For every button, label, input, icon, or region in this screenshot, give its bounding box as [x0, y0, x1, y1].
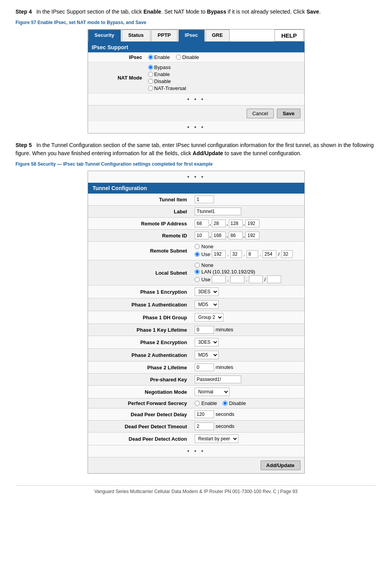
preshared-key-input[interactable] [195, 376, 241, 383]
figure58-label: Figure 58 Security — IPsec tab Tunnel Co… [16, 161, 376, 167]
phase2-lifetime-val: minutes [192, 362, 304, 374]
remote-subnet-use-label: Use [201, 251, 210, 257]
phase1-auth-select[interactable]: MD5 SHA1 [195, 300, 219, 309]
rs-ip1[interactable] [212, 250, 226, 258]
table-row: Local Subnet None LAN (10.192.10.192/29) [88, 260, 304, 286]
ipsec-disable-radio[interactable] [176, 55, 181, 60]
nav-help[interactable]: HELP [275, 29, 303, 42]
label-input[interactable] [195, 208, 241, 215]
ipsec-enable-opt[interactable]: Enable [148, 54, 170, 60]
pfs-enable-radio[interactable] [195, 401, 200, 406]
nat-bypass-radio[interactable] [148, 65, 153, 70]
remote-ip-3[interactable] [229, 220, 243, 227]
remote-subnet-none[interactable]: None [195, 244, 301, 249]
nat-bypass[interactable]: Bypass [148, 64, 186, 70]
figure57-label: Figure 57 Enable IPsec, set NAT mode to … [16, 20, 376, 25]
rs-ip3[interactable] [247, 250, 258, 258]
ls-ip1[interactable] [212, 275, 226, 283]
fig57-dots-bottom: • • • [88, 121, 304, 133]
pfs-label: Perfect Forward Secrecy [88, 398, 192, 408]
negotiation-mode-select[interactable]: Normal Aggressive [195, 388, 230, 396]
pfs-enable[interactable]: Enable Disable [195, 400, 301, 406]
remote-id-1[interactable] [195, 232, 209, 239]
phase1-auth-val: MD5 SHA1 [192, 298, 304, 311]
remote-subnet-label: Remote Subnet [88, 242, 192, 260]
remote-id-group: . . . [195, 232, 301, 239]
table-row: Dead Peer Detect Action Restart by peer … [88, 433, 304, 445]
nav-ipsec[interactable]: IPsec [178, 29, 205, 42]
phase2-auth-label: Phase 2 Authentication [88, 349, 192, 362]
remote-id-4[interactable] [245, 232, 259, 239]
nav-security[interactable]: Security [88, 29, 121, 42]
nat-disable[interactable]: Disable [148, 78, 186, 84]
save-button[interactable]: Save [277, 109, 300, 118]
table-row: Perfect Forward Secrecy Enable Disable [88, 398, 304, 408]
phase2-enc-select[interactable]: 3DES AES DES [195, 338, 219, 346]
remote-id-2[interactable] [212, 232, 226, 239]
tunnel-item-val [192, 194, 304, 206]
tunnel-item-input[interactable] [195, 196, 214, 203]
phase1-enc-select[interactable]: 3DES AES DES [195, 287, 219, 296]
remote-id-3[interactable] [229, 232, 243, 239]
rs-prefix[interactable] [281, 250, 293, 258]
table-row: Pre-shared Key [88, 374, 304, 386]
rs-ip4[interactable] [262, 250, 276, 258]
dpd-delay-input[interactable] [195, 410, 214, 418]
remote-ip-1[interactable] [195, 220, 209, 227]
table-row: Phase 1 Encryption 3DES AES DES [88, 286, 304, 298]
phase2-lifetime-unit: minutes [216, 364, 233, 370]
remote-subnet-use-radio[interactable] [195, 252, 200, 257]
dpd-action-select[interactable]: Restart by peer Hold Clear [195, 434, 238, 443]
pfs-disable-radio[interactable] [223, 401, 228, 406]
ipsec-disable-opt[interactable]: Disable [176, 54, 199, 60]
fig57-footer: Cancel Save [88, 105, 304, 121]
dpd-timeout-input[interactable] [195, 422, 214, 430]
phase2-auth-select[interactable]: MD5 SHA1 [195, 351, 219, 359]
tunnel-header: Tunnel Configuration [88, 183, 304, 194]
table-row: Remote ID . . . [88, 230, 304, 242]
remote-ip-group: . . . [195, 220, 301, 227]
nav-pptp[interactable]: PPTP [151, 29, 178, 42]
table-row: Remote Subnet None Use . [88, 242, 304, 260]
tunnel-panel: • • • Tunnel Configuration Tunnel Item L… [88, 171, 305, 474]
remote-subnet-none-radio[interactable] [195, 244, 200, 249]
phase1-dh-label: Phase 1 DH Group [88, 311, 192, 324]
remote-ip-4[interactable] [245, 220, 259, 227]
local-subnet-lan-radio[interactable] [195, 269, 200, 274]
local-subnet-none[interactable]: None [195, 262, 301, 268]
dpd-action-label: Dead Peer Detect Action [88, 433, 192, 445]
remote-ip-2[interactable] [212, 220, 226, 227]
local-subnet-lan[interactable]: LAN (10.192.10.192/29) [195, 269, 301, 275]
ipsec-enable-radio[interactable] [148, 55, 153, 60]
table-row: Remote IP Address . . . [88, 218, 304, 230]
phase2-lifetime-label: Phase 2 Lifetime [88, 362, 192, 374]
table-row: Label [88, 206, 304, 218]
phase1-enc-label: Phase 1 Encryption [88, 286, 192, 298]
local-subnet-none-radio[interactable] [195, 263, 200, 268]
phase2-lifetime-input[interactable] [195, 363, 214, 371]
nat-traversal[interactable]: NAT-Traversal [148, 85, 186, 91]
remote-ip-val: . . . [192, 218, 304, 230]
nav-gre[interactable]: GRE [205, 29, 230, 42]
remote-subnet-group: None Use . . . / [195, 244, 301, 258]
table-row: Dead Peer Detect Timeout seconds [88, 421, 304, 433]
nav-status[interactable]: Status [122, 29, 150, 42]
phase1-dh-select[interactable]: Group 2 Group 1 Group 5 [195, 313, 223, 322]
nat-traversal-radio[interactable] [148, 86, 153, 91]
ls-ip2[interactable] [230, 275, 244, 283]
ls-prefix[interactable] [267, 275, 281, 283]
ls-ip3[interactable] [249, 275, 263, 283]
add-update-button[interactable]: Add/Update [261, 460, 300, 470]
nat-enable-radio[interactable] [148, 72, 153, 77]
local-subnet-use[interactable]: Use . . / [195, 275, 301, 283]
remote-subnet-use[interactable]: Use . . . / [195, 250, 301, 258]
table-row: Phase 1 DH Group Group 2 Group 1 Group 5 [88, 311, 304, 324]
nat-enable[interactable]: Enable [148, 71, 186, 77]
nat-disable-radio[interactable] [148, 79, 153, 84]
phase1-key-val: minutes [192, 324, 304, 336]
cancel-button[interactable]: Cancel [247, 109, 274, 118]
preshared-key-label: Pre-shared Key [88, 374, 192, 386]
local-subnet-use-radio[interactable] [195, 277, 200, 282]
phase1-key-input[interactable] [195, 326, 214, 334]
rs-ip2[interactable] [230, 250, 242, 258]
